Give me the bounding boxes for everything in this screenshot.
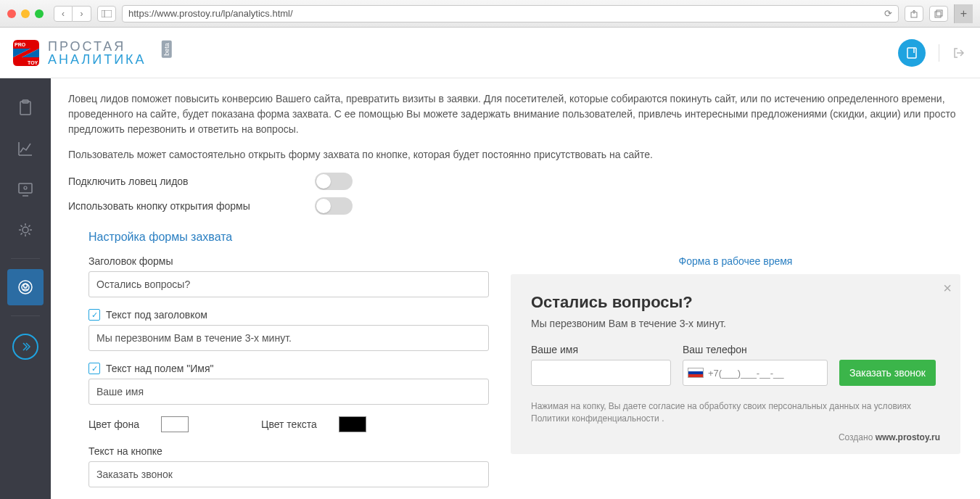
preview-mode-link[interactable]: Форма в рабочее время bbox=[679, 255, 793, 267]
sidebar-item-settings[interactable] bbox=[7, 212, 44, 248]
sidebar-item-monitor[interactable] bbox=[7, 171, 44, 207]
reload-icon[interactable]: ⟳ bbox=[884, 8, 892, 19]
svg-rect-3 bbox=[935, 12, 941, 17]
browser-toolbar: ‹ › https://www.prostoy.ru/lp/analytics.… bbox=[0, 0, 980, 28]
svg-point-15 bbox=[22, 227, 28, 233]
sidebar-item-leads[interactable] bbox=[7, 269, 44, 305]
clipboard-icon bbox=[16, 99, 35, 117]
sidebar-toggle-button[interactable] bbox=[97, 6, 116, 22]
chart-icon bbox=[16, 139, 35, 158]
toggle-label-use-button: Использовать кнопку открытия формы bbox=[68, 200, 315, 212]
checkbox-subtitle[interactable]: ✓ bbox=[88, 309, 100, 321]
text-color-swatch[interactable] bbox=[339, 416, 366, 432]
help-button[interactable] bbox=[898, 39, 926, 67]
target-icon bbox=[16, 278, 35, 297]
forward-button[interactable]: › bbox=[73, 6, 91, 22]
form-title-label: Заголовок формы bbox=[88, 255, 173, 267]
chevron-right-icon bbox=[20, 341, 31, 352]
logout-icon bbox=[952, 46, 965, 59]
button-text-input[interactable] bbox=[88, 461, 489, 487]
logo-line2: АНАЛИТИКА bbox=[48, 53, 147, 66]
minimize-window-icon[interactable] bbox=[21, 9, 30, 18]
share-button[interactable] bbox=[905, 6, 923, 22]
logout-button[interactable] bbox=[952, 46, 965, 59]
order-call-button[interactable]: Заказать звонок bbox=[839, 360, 936, 386]
url-text: https://www.prostoy.ru/lp/analytics.html… bbox=[128, 8, 293, 19]
preview-phone-input[interactable]: +7(___)___-__-__ bbox=[683, 360, 828, 386]
monitor-icon bbox=[16, 180, 35, 199]
divider bbox=[939, 44, 939, 62]
close-window-icon[interactable] bbox=[7, 9, 16, 18]
preview-disclaimer: Нажимая на копку, Вы даете согласие на о… bbox=[531, 400, 940, 425]
svg-rect-12 bbox=[19, 183, 32, 193]
flag-ru-icon bbox=[688, 368, 704, 378]
toggle-use-button[interactable] bbox=[315, 197, 353, 215]
svg-text:TOY: TOY bbox=[28, 60, 38, 65]
intro-paragraph-2: Пользователь может самостоятельно открыт… bbox=[68, 147, 963, 162]
svg-text:PRO: PRO bbox=[15, 42, 26, 47]
preview-subtitle: Мы перезвоним Вам в течение 3-х минут. bbox=[531, 318, 940, 329]
sidebar-item-clipboard[interactable] bbox=[7, 90, 44, 126]
bg-color-label: Цвет фона bbox=[88, 418, 139, 430]
svg-rect-8 bbox=[907, 48, 916, 58]
main-content: Ловец лидов поможет повысить конверсию В… bbox=[51, 78, 980, 499]
bg-color-swatch[interactable] bbox=[161, 416, 189, 432]
phone-placeholder: +7(___)___-__-__ bbox=[708, 368, 783, 379]
checkbox-name-label[interactable]: ✓ bbox=[88, 363, 100, 374]
preview-panel: × Остались вопросы? Мы перезвоним Вам в … bbox=[511, 274, 960, 454]
sidebar-item-analytics[interactable] bbox=[7, 131, 44, 167]
logo-line1: ПРОСТАЯ bbox=[48, 40, 147, 53]
svg-point-13 bbox=[24, 186, 27, 189]
preview-close-button[interactable]: × bbox=[943, 280, 952, 297]
preview-phone-label: Ваш телефон bbox=[683, 344, 828, 355]
logo-mark-icon: PRO TOY bbox=[12, 38, 41, 67]
button-text-label: Текст на кнопке bbox=[88, 445, 162, 457]
form-name-label-input[interactable] bbox=[88, 379, 489, 405]
preview-credit: Создано www.prostoy.ru bbox=[531, 432, 940, 442]
preview-name-input[interactable] bbox=[531, 360, 671, 386]
tabs-button[interactable] bbox=[929, 6, 948, 22]
maximize-window-icon[interactable] bbox=[35, 9, 44, 18]
intro-paragraph-1: Ловец лидов поможет повысить конверсию В… bbox=[68, 91, 963, 137]
book-icon bbox=[905, 46, 918, 59]
new-tab-button[interactable]: + bbox=[954, 4, 973, 23]
svg-rect-0 bbox=[102, 10, 112, 17]
section-title: Настройка формы захвата bbox=[88, 231, 963, 244]
beta-badge: beta bbox=[161, 41, 171, 58]
text-color-label: Цвет текста bbox=[261, 418, 317, 430]
form-subtitle-label: Текст под заголовком bbox=[106, 309, 207, 321]
gear-icon bbox=[16, 220, 35, 239]
svg-point-18 bbox=[24, 284, 28, 288]
preview-title: Остались вопросы? bbox=[531, 293, 940, 312]
window-controls bbox=[7, 9, 44, 18]
form-title-input[interactable] bbox=[88, 271, 489, 297]
form-name-label-label: Текст над полем "Имя" bbox=[106, 363, 213, 374]
sidebar bbox=[0, 78, 51, 499]
svg-rect-4 bbox=[936, 10, 942, 16]
preview-name-label: Ваше имя bbox=[531, 344, 671, 355]
app-header: PRO TOY ПРОСТАЯ АНАЛИТИКА beta bbox=[0, 28, 980, 78]
logo[interactable]: PRO TOY ПРОСТАЯ АНАЛИТИКА beta bbox=[12, 38, 175, 67]
toggle-label-lead-catcher: Подключить ловец лидов bbox=[68, 176, 315, 187]
form-subtitle-input[interactable] bbox=[88, 325, 489, 351]
url-bar[interactable]: https://www.prostoy.ru/lp/analytics.html… bbox=[122, 5, 899, 22]
sidebar-expand-button[interactable] bbox=[12, 334, 38, 360]
back-button[interactable]: ‹ bbox=[54, 6, 73, 22]
toggle-lead-catcher[interactable] bbox=[315, 173, 353, 190]
